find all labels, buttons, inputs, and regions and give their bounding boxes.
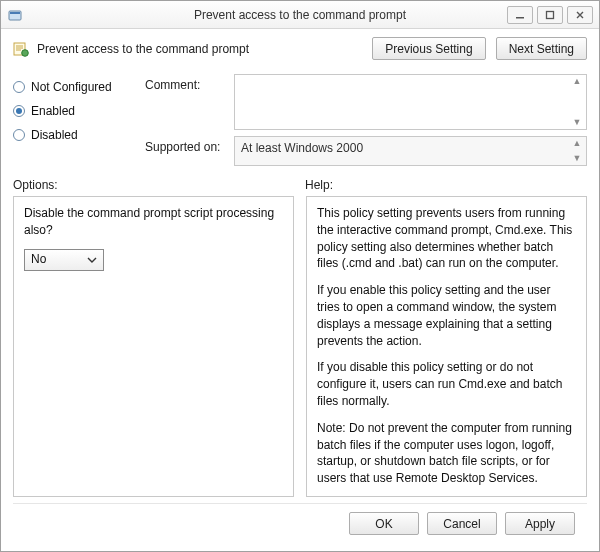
radio-label: Disabled — [31, 128, 78, 142]
radio-icon — [13, 105, 25, 117]
policy-heading: Prevent access to the command prompt — [37, 42, 249, 56]
state-radios: Not Configured Enabled Disabled — [13, 74, 133, 166]
supported-value: At least Windows 2000 — [241, 141, 363, 155]
script-processing-select[interactable]: No — [24, 249, 104, 271]
close-button[interactable] — [567, 6, 593, 24]
help-paragraph: If you enable this policy setting and th… — [317, 282, 576, 349]
cancel-button[interactable]: Cancel — [427, 512, 497, 535]
supported-textbox: At least Windows 2000 ▲ ▼ — [234, 136, 587, 166]
options-label: Options: — [13, 178, 295, 192]
maximize-button[interactable] — [537, 6, 563, 24]
titlebar: Prevent access to the command prompt — [1, 1, 599, 29]
radio-icon — [13, 81, 25, 93]
previous-setting-button[interactable]: Previous Setting — [372, 37, 485, 60]
radio-label: Not Configured — [31, 80, 112, 94]
window-controls — [507, 6, 593, 24]
svg-rect-3 — [547, 11, 554, 18]
app-icon — [7, 7, 23, 23]
apply-button[interactable]: Apply — [505, 512, 575, 535]
help-paragraph: This policy setting prevents users from … — [317, 205, 576, 272]
dialog-footer: OK Cancel Apply — [13, 503, 587, 545]
scroll-up-icon: ▲ — [570, 77, 584, 86]
options-panel: Disable the command prompt script proces… — [13, 196, 294, 497]
comment-supported-col: Comment: ▲ ▼ Supported on: At least Wind… — [145, 74, 587, 166]
help-label: Help: — [295, 178, 587, 192]
comment-label: Comment: — [145, 74, 230, 92]
help-panel: This policy setting prevents users from … — [306, 196, 587, 497]
state-section: Not Configured Enabled Disabled Comment: — [13, 74, 587, 166]
scrollbar[interactable]: ▲ ▼ — [570, 137, 584, 165]
radio-disabled[interactable]: Disabled — [13, 128, 133, 142]
supported-row: Supported on: At least Windows 2000 ▲ ▼ — [145, 136, 587, 166]
dialog-window: Prevent access to the command prompt — [0, 0, 600, 552]
nav-buttons: Previous Setting Next Setting — [372, 37, 587, 60]
ok-button[interactable]: OK — [349, 512, 419, 535]
header-row: Prevent access to the command prompt Pre… — [13, 37, 587, 60]
comment-row: Comment: ▲ ▼ — [145, 74, 587, 130]
help-paragraph: If you disable this policy setting or do… — [317, 359, 576, 409]
options-question: Disable the command prompt script proces… — [24, 205, 283, 239]
radio-not-configured[interactable]: Not Configured — [13, 80, 133, 94]
scroll-up-icon: ▲ — [570, 139, 584, 148]
panels: Disable the command prompt script proces… — [13, 196, 587, 497]
next-setting-button[interactable]: Next Setting — [496, 37, 587, 60]
scroll-down-icon: ▼ — [570, 154, 584, 163]
minimize-button[interactable] — [507, 6, 533, 24]
panel-labels: Options: Help: — [13, 178, 587, 192]
comment-textbox[interactable]: ▲ ▼ — [234, 74, 587, 130]
scrollbar[interactable]: ▲ ▼ — [570, 75, 584, 129]
svg-rect-1 — [10, 12, 20, 14]
scroll-down-icon: ▼ — [570, 118, 584, 127]
svg-rect-2 — [516, 17, 524, 19]
chevron-down-icon — [85, 253, 99, 267]
supported-label: Supported on: — [145, 136, 230, 154]
radio-enabled[interactable]: Enabled — [13, 104, 133, 118]
policy-icon — [13, 41, 29, 57]
radio-label: Enabled — [31, 104, 75, 118]
help-paragraph: Note: Do not prevent the computer from r… — [317, 420, 576, 487]
radio-icon — [13, 129, 25, 141]
svg-point-5 — [22, 49, 29, 56]
select-value: No — [31, 251, 46, 268]
dialog-body: Prevent access to the command prompt Pre… — [1, 29, 599, 551]
